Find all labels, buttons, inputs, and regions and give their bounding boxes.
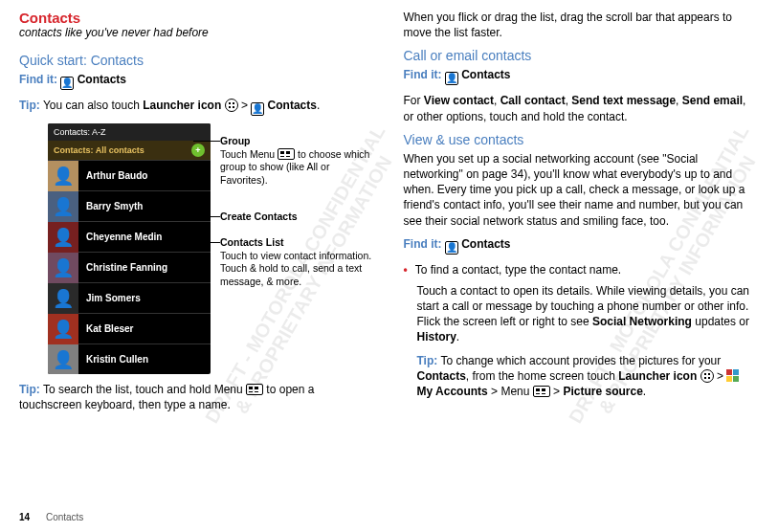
- accounts-icon: [726, 369, 740, 383]
- call-email-heading: Call or email contacts: [404, 48, 760, 63]
- annot-create: Create Contacts: [220, 211, 373, 224]
- quick-start-heading: Quick start: Contacts: [19, 53, 375, 68]
- phone-mock-wrap: Contacts: A-Z Contacts: All contacts + 👤…: [48, 123, 375, 374]
- avatar: 👤: [48, 283, 78, 314]
- phone-bar-group: Contacts: All contacts +: [48, 141, 211, 160]
- person-icon: 👤: [60, 77, 74, 90]
- find-it-line-view: Find it: 👤 Contacts: [404, 236, 760, 255]
- launcher-icon: [225, 99, 238, 112]
- intro-scroll: When you flick or drag the list, drag th…: [404, 10, 760, 40]
- view-use-heading: View & use contacts: [404, 132, 760, 147]
- avatar: 👤: [48, 191, 78, 222]
- tip-picture-source: Tip: To change which account provides th…: [417, 353, 760, 400]
- avatar: 👤: [48, 253, 78, 283]
- contact-name: Jim Somers: [78, 293, 141, 303]
- avatar: 👤: [48, 314, 78, 344]
- contact-row[interactable]: 👤Kristin Cullen: [48, 344, 211, 374]
- contact-row[interactable]: 👤Christine Fanning: [48, 252, 211, 282]
- avatar: 👤: [48, 222, 78, 253]
- bullet-icon: •: [404, 262, 408, 277]
- contact-row[interactable]: 👤Cheyenne Medin: [48, 221, 211, 252]
- page-subtitle: contacts like you've never had before: [19, 26, 375, 39]
- annotations: Group Touch Menu to choose which group t…: [220, 123, 373, 374]
- phone-mock: Contacts: A-Z Contacts: All contacts + 👤…: [48, 123, 211, 374]
- page-title: Contacts: [19, 10, 375, 26]
- contact-name: Kat Bleser: [78, 323, 133, 334]
- contact-row[interactable]: 👤Kat Bleser: [48, 313, 211, 344]
- tip-launcher: Tip: You can also touch Launcher icon > …: [19, 98, 375, 116]
- person-icon: 👤: [251, 102, 264, 116]
- contact-row[interactable]: 👤Arthur Baudo: [48, 160, 211, 190]
- person-icon: 👤: [445, 241, 458, 255]
- contact-name: Kristin Cullen: [78, 354, 148, 365]
- bullet-find-contact: • To find a contact, type the contact na…: [404, 262, 760, 277]
- left-column: Contacts contacts like you've never had …: [19, 10, 375, 420]
- contact-name: Barry Smyth: [78, 201, 143, 211]
- person-icon: 👤: [445, 72, 458, 85]
- phone-bar-sort: Contacts: A-Z: [48, 123, 211, 141]
- tip-search: Tip: To search the list, touch and hold …: [19, 382, 375, 412]
- menu-icon: [246, 384, 263, 395]
- find-it-line-left: Find it: 👤 Contacts: [19, 72, 375, 90]
- contact-name: Christine Fanning: [78, 262, 167, 273]
- contact-name: Arthur Baudo: [78, 170, 147, 181]
- contact-row[interactable]: 👤Barry Smyth: [48, 190, 211, 221]
- add-contact-button[interactable]: +: [191, 144, 205, 157]
- annot-list: Contacts List Touch to view contact info…: [220, 236, 373, 289]
- menu-icon: [533, 386, 550, 397]
- avatar: 👤: [48, 344, 78, 375]
- launcher-icon: [700, 369, 714, 383]
- find-it-line-call: Find it: 👤 Contacts: [404, 67, 760, 85]
- page-footer: 14 Contacts: [19, 512, 83, 522]
- call-options-para: For View contact, Call contact, Send tex…: [404, 93, 760, 123]
- bullet-details-para: Touch a contact to open its details. Whi…: [417, 283, 760, 345]
- menu-icon: [278, 148, 295, 160]
- contact-row[interactable]: 👤Jim Somers: [48, 282, 211, 313]
- right-column: When you flick or drag the list, drag th…: [404, 10, 760, 420]
- annot-group: Group Touch Menu to choose which group t…: [220, 135, 373, 188]
- view-use-para: When you set up a social networking acco…: [404, 151, 760, 229]
- avatar: 👤: [48, 161, 78, 191]
- contact-name: Cheyenne Medin: [78, 232, 162, 242]
